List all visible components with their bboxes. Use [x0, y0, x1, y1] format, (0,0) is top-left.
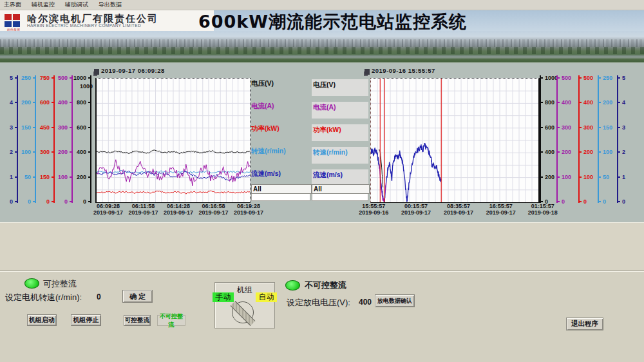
axis-tick-label: 100: [58, 175, 68, 180]
mode-selector-knob[interactable]: [232, 301, 254, 323]
axis-tick-label: 400: [583, 100, 593, 106]
axis-tick-label: 200: [603, 100, 612, 106]
axis-tick-label: 200: [562, 149, 571, 155]
axis-tick-label: 100: [603, 149, 612, 155]
unit-start-button[interactable]: 机组启动: [27, 314, 57, 326]
axis-tick-label: 500: [562, 75, 571, 81]
controlled-rectifier-lamp-icon: [24, 278, 39, 289]
axis-tick-label: 1: [10, 175, 13, 180]
axis-tick-label: 500: [58, 75, 68, 81]
axis-tick-label: 400: [562, 100, 571, 106]
axis-tick-label: 200: [583, 149, 593, 155]
legend-all-button[interactable]: All: [312, 184, 370, 194]
legend-item-0-0[interactable]: 电压(V): [251, 79, 274, 88]
set-speed-value[interactable]: 0: [97, 292, 101, 301]
axis-tick-label: 0: [10, 199, 13, 205]
axis-tick-label: 400: [545, 149, 554, 155]
x-tick-label: 06:19:282019-09-17: [234, 203, 263, 216]
legend-all-button[interactable]: All: [251, 184, 312, 194]
chart-timestamp: 2019-09-17 06:09:28: [94, 67, 165, 75]
axis-tick-label: 0: [28, 199, 31, 205]
clock-icon: [365, 69, 370, 75]
uncontrolled-rectifier-lamp-icon: [285, 280, 300, 291]
discharge-confirm-button[interactable]: 放电数据确认: [375, 294, 415, 307]
legend-item-1-3[interactable]: 转速(r/min): [312, 147, 368, 164]
unit-mode-box: 机组 手动 自动: [214, 282, 275, 329]
axis-tick-label: 300: [40, 149, 50, 155]
confirm-button[interactable]: 确 定: [122, 290, 153, 303]
menu-item-1[interactable]: 辅机监控: [32, 1, 55, 9]
set-voltage-value[interactable]: 400: [359, 298, 372, 307]
menu-item-3[interactable]: 导出数据: [99, 1, 122, 9]
legend-item-0-4[interactable]: 流速(m/s): [251, 169, 281, 178]
company-name-cn: 哈尔滨电机厂有限责任公司: [27, 14, 158, 23]
axis-tick-label: 300: [58, 125, 68, 131]
x-tick-label: 06:14:282019-09-17: [164, 203, 193, 216]
axis-tick-label: 0: [64, 199, 68, 205]
y-axis-0-4: 02004006008001000: [75, 78, 91, 202]
plot-area-0[interactable]: [95, 78, 251, 203]
axis-tick-label: 450: [40, 125, 50, 131]
y-axis-0-3: 0100200300400500: [57, 78, 73, 202]
company-header: 哈电集团 哈尔滨电机厂有限责任公司 HARBIN ELECTRIC MACHIN…: [0, 10, 214, 31]
y-axis-1-2: 0100200300400500: [578, 78, 596, 202]
axis-tick-label: 600: [40, 100, 50, 106]
set-voltage-label: 设定放电电压(V):: [287, 297, 350, 309]
legend-item-1-1[interactable]: 电流(A): [312, 102, 368, 119]
axis-tick-label: 400: [58, 100, 68, 106]
x-tick-label: 06:16:582019-09-17: [198, 203, 228, 216]
legend-item-1-2[interactable]: 功率(kW): [312, 124, 368, 141]
x-tick-label: 15:55:572019-09-16: [359, 203, 388, 216]
axis-tick-label: 300: [562, 125, 571, 131]
legend-item-0-1[interactable]: 电流(A): [251, 102, 274, 111]
charts-panel: 0123450501001502002500150300450600750010…: [0, 62, 644, 223]
header: 哈电集团 哈尔滨电机厂有限责任公司 HARBIN ELECTRIC MACHIN…: [0, 10, 644, 31]
y-axis-1-4: 012345: [617, 78, 634, 202]
legend-item-0-2[interactable]: 功率(kW): [251, 124, 279, 133]
plot-area-1[interactable]: [370, 78, 540, 203]
chart-timestamp: 2019-09-16 15:55:57: [365, 67, 435, 75]
set-speed-label: 设定电机转速(r/min):: [5, 292, 82, 303]
axis-tick-label: 500: [583, 75, 593, 81]
uncontrolled-rectifier-button[interactable]: 不可控整流: [157, 315, 185, 326]
axis-tick-label: 5: [10, 75, 13, 81]
axis-tick-label: 300: [583, 125, 593, 131]
axis-tick-label: 200: [58, 149, 68, 155]
timestamp-text: 2019-09-16 15:55:57: [372, 67, 435, 74]
unit-stop-button[interactable]: 机组停止: [71, 314, 101, 326]
axis-tick-label: 0: [46, 199, 50, 205]
axis-tick-label: 4: [622, 100, 625, 106]
controlled-rectifier-button[interactable]: 可控整流: [124, 315, 151, 326]
axis-tick-label: 0: [83, 199, 86, 205]
axis-tick-label: 100: [583, 175, 593, 180]
y-axis-0-0: 012345: [3, 78, 18, 202]
x-tick-label: 08:35:572019-09-17: [444, 203, 473, 216]
axis-tick-label: 2: [10, 149, 13, 155]
axis-tick-label: 100: [562, 175, 571, 180]
axis-tick-label: 100: [21, 149, 31, 155]
axis-tick-label: 5: [622, 75, 625, 81]
x-tick-label: 01:15:572019-09-18: [528, 203, 558, 216]
axis-tick-label: 150: [40, 175, 50, 180]
axis-tick-label: 200: [77, 175, 86, 180]
menu-item-2[interactable]: 辅助调试: [65, 1, 88, 9]
menu-item-0[interactable]: 主界面: [4, 1, 21, 9]
manual-mode-label: 手动: [213, 292, 234, 302]
timestamp-text: 2019-09-17 06:09:28: [101, 67, 165, 74]
controlled-rectifier-label: 可控整流: [43, 278, 77, 290]
axis-tick-label: 750: [40, 75, 50, 81]
legend-item-1-0[interactable]: 电压(V): [312, 79, 368, 96]
axis-tick-label: 3: [10, 125, 13, 131]
x-tick-label: 06:11:582019-09-17: [128, 203, 158, 216]
y-axis-1-0: 02004006008001000: [540, 78, 556, 202]
legend-item-0-3[interactable]: 转速(r/min): [251, 147, 286, 156]
plot-inner-max-label: 1000: [76, 83, 93, 90]
axis-tick-label: 0: [622, 199, 625, 205]
axis-tick-label: 4: [10, 100, 13, 106]
exit-program-button[interactable]: 退出程序: [566, 318, 603, 330]
legend-scroll-strip[interactable]: [312, 194, 368, 201]
page-title: 600kW潮流能示范电站监控系统: [198, 10, 467, 33]
auto-mode-label: 自动: [256, 292, 277, 302]
axis-tick-label: 0: [562, 199, 565, 205]
legend-scroll-strip[interactable]: [251, 194, 310, 201]
